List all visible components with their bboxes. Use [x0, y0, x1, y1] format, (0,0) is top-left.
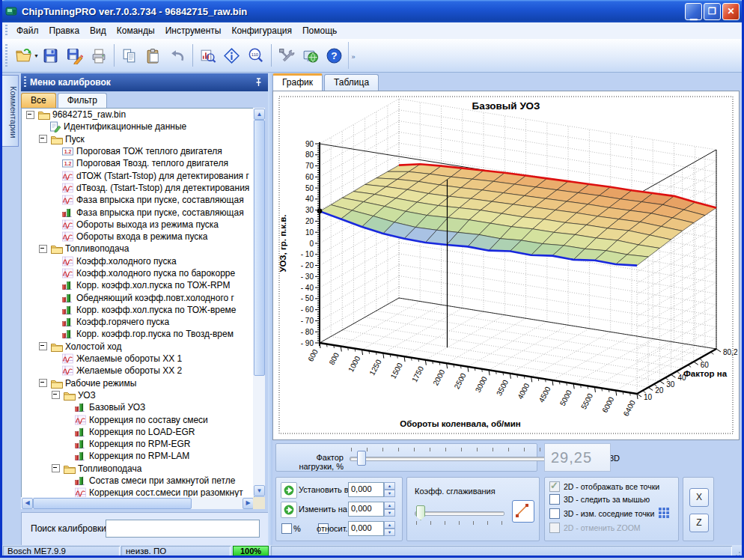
scroll-down-arrow[interactable]: ▼ [254, 485, 265, 496]
menu-grip[interactable] [5, 25, 7, 36]
tree-item[interactable]: Коэфф.горячего пуска [22, 316, 254, 328]
menu-item-5[interactable]: Конфигурация [226, 24, 297, 37]
close-button[interactable]: ✕ [722, 3, 740, 20]
tab-all[interactable]: Все [21, 93, 56, 108]
tree-item[interactable]: 96842715_raw.bin [22, 109, 254, 121]
open-file-button[interactable] [11, 43, 35, 68]
tree-item[interactable]: Корр. коэфф.хол.пуска по ТОЖ-RPM [22, 279, 254, 291]
change-value-button[interactable] [281, 502, 297, 518]
tab-table[interactable]: Таблица [324, 74, 379, 91]
tree-item[interactable]: Рабочие режимы [22, 377, 254, 389]
title-bar[interactable]: ChipTuningPRO ver.7.0.3.734 - 96842715_r… [0, 0, 744, 22]
scroll-right-arrow[interactable]: ▶ [243, 498, 254, 509]
vscroll-thumb[interactable] [254, 120, 265, 376]
menu-item-0[interactable]: Файл [11, 24, 44, 37]
tree-item[interactable]: Желаемые обороты ХХ 1 [22, 353, 254, 365]
tree-item[interactable]: Состав смеси при замкнутой петле [22, 475, 254, 487]
hscroll-thumb[interactable] [33, 498, 192, 509]
tree-item[interactable]: Пуск [22, 133, 254, 145]
tree-vscrollbar[interactable]: ▲ ▼ [253, 108, 265, 496]
menu-item-6[interactable]: Помощь [297, 24, 342, 37]
collapse-toggle[interactable] [26, 111, 34, 119]
x-axis-button[interactable]: X [689, 488, 709, 507]
paste-button[interactable] [141, 43, 165, 68]
tree-item[interactable]: Коэфф.холодного пуска по барокорре [22, 267, 254, 279]
calibration-tree[interactable]: 96842715_raw.binИдентификационные данные… [21, 108, 254, 498]
percent-checkbox[interactable] [281, 523, 292, 534]
comments-side-tab[interactable]: Комментарии [1, 75, 19, 147]
minimize-button[interactable]: ▁ [685, 3, 702, 20]
tree-item[interactable]: 1.2Пороговая ТОЖ теплого двигателя [22, 145, 254, 157]
tree-item[interactable]: Идентификационные данные [22, 121, 254, 133]
menu-item-2[interactable]: Вид [85, 24, 112, 37]
web-update-button[interactable] [299, 43, 323, 68]
tree-hscrollbar[interactable]: ◀ ▶ [21, 497, 253, 509]
collapse-toggle[interactable] [39, 379, 47, 387]
tree-item[interactable]: Фаза впрыска при пуске, составляющая [22, 194, 254, 206]
tools-button[interactable] [275, 43, 299, 68]
tree-item[interactable]: Обороты выхода из режима пуска [22, 219, 254, 231]
collapse-toggle[interactable] [52, 464, 60, 472]
info-button[interactable] [220, 43, 244, 68]
tab-filter[interactable]: Фильтр [58, 93, 107, 108]
tree-item[interactable]: Коррекция сост.смеси при разомкнут [22, 487, 254, 498]
save-edit-button[interactable] [63, 43, 87, 68]
tree-item[interactable]: Коррекция по RPM-LAM [22, 450, 254, 462]
tree-item[interactable]: Коэфф.холодного пуска [22, 255, 254, 267]
tree-item[interactable]: Коррекция по RPM-EGR [22, 438, 254, 450]
toolbar-grip[interactable] [5, 44, 7, 67]
smoothing-slider-thumb[interactable] [416, 505, 425, 520]
tree-item[interactable]: Коррекция по LOAD-EGR [22, 426, 254, 438]
tree-item[interactable]: Обороты входа в режима пуска [22, 231, 254, 243]
zoom-110-button[interactable]: 110 [244, 43, 268, 68]
tree-item[interactable]: Корр. коэфф.хол.пуска по ТОЖ-време [22, 304, 254, 316]
tree-item[interactable]: Топливоподача [22, 243, 254, 255]
chart-canvas[interactable]: Базовый УОЗ9080706050403020100- 10- 20- … [272, 91, 740, 440]
interpolate-button[interactable] [512, 500, 534, 523]
collapse-toggle[interactable] [52, 391, 60, 399]
option-checkbox-2[interactable] [549, 508, 560, 519]
tree-item[interactable]: Базовый УОЗ [22, 401, 254, 413]
percent-spinner[interactable]: 0,000 ▲▼ [348, 521, 395, 536]
change-value-spinner[interactable]: 0,000 ▲▼ [348, 502, 395, 517]
tree-item[interactable]: dТвозд. (Tstart-Tstop) для детектировани… [22, 182, 254, 194]
tree-item[interactable]: Фаза впрыска при пуске, составляющая [22, 206, 254, 218]
collapse-toggle[interactable] [39, 135, 47, 143]
tree-item[interactable]: УОЗ [22, 389, 254, 401]
search-input[interactable] [106, 520, 260, 538]
tree-item[interactable]: Обедняющий коэфф.повт.холодного г [22, 291, 254, 303]
toolbar-overflow-chevron[interactable]: » [348, 42, 358, 69]
copy-button[interactable] [118, 43, 141, 68]
menu-item-1[interactable]: Правка [44, 24, 85, 37]
maximize-button[interactable]: ❐ [704, 3, 721, 20]
tree-item[interactable]: Топливоподача [22, 463, 254, 475]
help-button[interactable]: ? [323, 43, 347, 68]
load-factor-slider-thumb[interactable] [357, 451, 366, 466]
print-button[interactable] [87, 43, 111, 68]
scroll-up-arrow[interactable]: ▲ [254, 109, 265, 120]
menu-item-4[interactable]: Инструменты [160, 24, 227, 37]
tree-item[interactable]: Корр. коэфф.гор.пуска по Твозд-врем [22, 328, 254, 340]
scroll-left-arrow[interactable]: ◀ [22, 498, 33, 509]
tree-item[interactable]: Холостой ход [22, 341, 254, 353]
menu-item-3[interactable]: Команды [112, 24, 160, 37]
collapse-toggle[interactable] [39, 342, 47, 350]
set-value-button[interactable] [281, 482, 297, 499]
undo-button[interactable] [165, 43, 189, 68]
tree-item[interactable]: 1.2Пороговая Твозд. теплого двигателя [22, 157, 254, 169]
tree-item[interactable]: dТОЖ (Tstart-Tstop) для детектирования г [22, 169, 254, 181]
option-checkbox-1[interactable] [549, 494, 560, 505]
resize-grip[interactable] [733, 549, 742, 558]
set-value-spinner[interactable]: 0,000 ▲▼ [348, 482, 395, 497]
z-axis-button[interactable]: Z [689, 514, 709, 532]
open-dropdown-arrow[interactable]: ▼ [34, 53, 39, 58]
smoothing-slider[interactable] [415, 511, 504, 516]
collapse-toggle[interactable] [39, 245, 47, 253]
tree-item[interactable]: Коррекция по составу смеси [22, 413, 254, 425]
tab-chart[interactable]: График [272, 73, 323, 91]
save-button[interactable] [39, 43, 63, 68]
pin-icon[interactable] [253, 77, 263, 88]
chart-analyze-button[interactable] [196, 43, 220, 68]
tree-item[interactable]: Желаемые обороты ХХ 2 [22, 365, 254, 377]
grid-table-button[interactable] [658, 507, 670, 520]
